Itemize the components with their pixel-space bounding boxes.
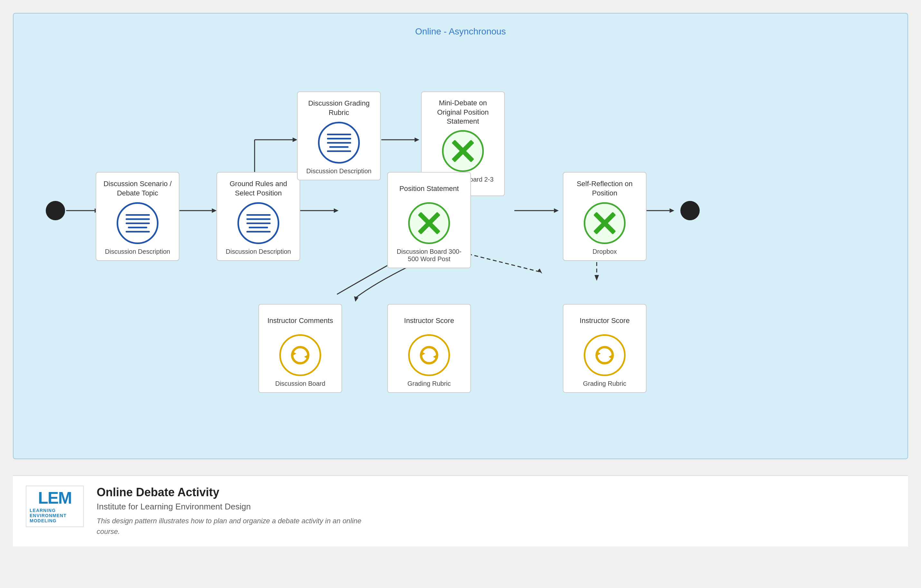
node2-label: Discussion Description: [222, 248, 295, 255]
bottom3-title: Instructor Score: [568, 311, 641, 330]
node3-title: Position Statement: [393, 179, 465, 198]
refresh-icon-3: [592, 342, 618, 368]
logo-text-lines: LEARNING ENVIRONMENT MODELING: [29, 508, 80, 523]
node3top-label: Discussion Description: [303, 167, 375, 175]
diagram-container: Online - Asynchronous: [13, 13, 908, 459]
svg-marker-28: [609, 354, 613, 359]
start-endpoint: [46, 201, 65, 220]
end-endpoint: [680, 201, 700, 220]
bottom2-label: Grading Rubric: [393, 380, 465, 387]
flow-area: Discussion Scenario / Debate Topic Discu…: [33, 53, 888, 439]
footer-content: Online Debate Activity Institute for Lea…: [97, 486, 895, 537]
node-position-statement: Position Statement Discussion Board 300-…: [387, 172, 471, 268]
svg-marker-14: [554, 208, 559, 213]
logo-line1: LEARNING: [29, 508, 80, 513]
bottom2-title: Instructor Score: [393, 311, 465, 330]
bottom2-icon: [408, 334, 450, 376]
node-instructor-score-2: Instructor Score Grading Rubric: [563, 304, 646, 393]
node-self-reflection: Self-Reflection on Position Dropbox: [563, 172, 646, 261]
node-instructor-score-1: Instructor Score Grading Rubric: [387, 304, 471, 393]
footer-subtitle: Institute for Learning Environment Desig…: [97, 502, 895, 512]
lines-icon-3: [327, 134, 351, 152]
node1-title: Discussion Scenario / Debate Topic: [101, 179, 174, 198]
footer-title: Online Debate Activity: [97, 486, 895, 499]
node2-icon: [238, 202, 279, 244]
node3-icon: [408, 202, 450, 244]
svg-marker-17: [354, 296, 358, 302]
node4-icon: [584, 202, 626, 244]
cross-icon-top: [450, 138, 476, 164]
node-grading-rubric: Discussion Grading Rubric Discussion Des…: [297, 91, 381, 180]
node1-label: Discussion Description: [101, 248, 174, 255]
svg-marker-16: [670, 208, 675, 213]
node1-icon: [117, 202, 158, 244]
lines-icon-2: [246, 214, 270, 232]
bottom1-title: Instructor Comments: [264, 311, 337, 330]
bottom1-label: Discussion Board: [264, 380, 337, 387]
svg-marker-26: [433, 354, 437, 359]
logo-line3: MODELING: [29, 518, 80, 523]
node2-title: Ground Rules and Select Position: [222, 179, 295, 198]
logo-box: LEM LEARNING ENVIRONMENT MODELING: [26, 486, 84, 527]
svg-marker-8: [334, 208, 338, 213]
svg-marker-10: [415, 138, 420, 142]
footer-description: This design pattern illustrates how to p…: [97, 515, 387, 537]
logo-line2: ENVIRONMENT: [29, 513, 80, 518]
svg-marker-6: [293, 138, 297, 142]
node-discussion-scenario: Discussion Scenario / Debate Topic Discu…: [96, 172, 179, 261]
node4top-icon: [442, 130, 484, 172]
node-instructor-comments: Instructor Comments Discussion Board: [258, 304, 342, 393]
lines-icon-1: [125, 214, 150, 232]
bottom3-icon: [584, 334, 626, 376]
node4-label: Dropbox: [568, 248, 641, 255]
refresh-icon-1: [287, 342, 313, 368]
node4-title: Self-Reflection on Position: [568, 179, 641, 198]
footer: LEM LEARNING ENVIRONMENT MODELING Online…: [13, 475, 908, 546]
svg-line-18: [462, 252, 540, 272]
bottom1-icon: [279, 334, 321, 376]
node4top-title: Mini-Debate on Original Position Stateme…: [426, 99, 499, 126]
logo-letters: LEM: [38, 489, 72, 506]
cross-icon-reflection: [592, 210, 618, 236]
node3-label: Discussion Board 300-500 Word Post: [393, 248, 465, 263]
svg-marker-24: [304, 354, 308, 359]
refresh-icon-2: [416, 342, 442, 368]
bottom3-label: Grading Rubric: [568, 380, 641, 387]
node-ground-rules: Ground Rules and Select Position Discuss…: [216, 172, 300, 261]
node3top-title: Discussion Grading Rubric: [303, 99, 375, 118]
node3top-icon: [318, 122, 360, 164]
cross-icon-main: [416, 210, 442, 236]
svg-marker-19: [538, 268, 542, 274]
svg-marker-3: [212, 208, 217, 213]
diagram-title: Online - Asynchronous: [33, 26, 888, 37]
svg-marker-21: [594, 275, 599, 281]
